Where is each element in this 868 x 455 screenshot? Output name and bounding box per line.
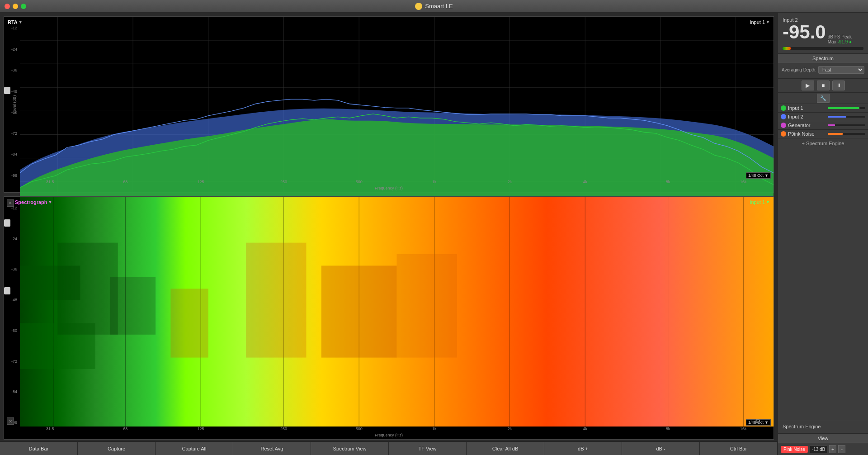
avg-depth-row: Averaging Depth: Fast Slow Medium Very F… (782, 66, 864, 74)
s-x-label-125: 125 (198, 427, 204, 431)
spectro-svg (20, 197, 774, 427)
rta-x-axis: 31.5 63 125 250 500 1k 2k 4k 8k 16k (20, 180, 774, 185)
channel-1-fill (828, 107, 860, 109)
spectro-input-arrow: ▼ (766, 200, 770, 204)
channel-4-name: P9ink Noise (788, 131, 826, 137)
channel-4-bar (828, 133, 866, 135)
channel-2-fill (828, 116, 847, 118)
spectro-y-axis: -12 -24 -36 -48 -60 -72 -84 -96 (4, 197, 20, 427)
clear-all-db-button[interactable]: Clear All dB (467, 442, 544, 455)
rta-panel: RTA ▼ Input 1 ▼ Level (dB) -12 -24 -36 -… (4, 16, 774, 193)
x-label-63: 63 (123, 180, 127, 184)
db-plus-button[interactable]: dB + (544, 442, 622, 455)
capture-button[interactable]: Capture (78, 442, 156, 455)
y-label-4: -60 (4, 110, 19, 114)
sidebar-spacer (778, 148, 868, 420)
ctrl-bar-button[interactable]: Ctrl Bar (700, 442, 778, 455)
maximize-button[interactable] (21, 4, 26, 9)
settings-wrench-button[interactable]: 🔧 (817, 94, 830, 103)
y-label-6: -84 (4, 152, 19, 156)
s-x-label-4k: 4k (583, 427, 587, 431)
spectro-input-label: Input 1 (750, 199, 765, 205)
y-label-7: -96 (4, 173, 19, 178)
oct-badge-arrow: ▼ (764, 173, 769, 178)
svg-rect-32 (246, 243, 306, 358)
reset-avg-button[interactable]: Reset Avg (233, 442, 311, 455)
s-x-label-8k: 8k (666, 427, 670, 431)
capture-all-button[interactable]: Capture All (156, 442, 233, 455)
x-label-4k: 4k (583, 180, 587, 184)
tf-view-button[interactable]: TF View (389, 442, 467, 455)
add-spectrum-engine-button[interactable]: + Spectrum Engine (778, 138, 868, 148)
y-label-1: -24 (4, 47, 19, 52)
main-layout: RTA ▼ Input 1 ▼ Level (dB) -12 -24 -36 -… (0, 13, 868, 455)
rta-oct-badge[interactable]: 1/48 Oct ▼ (746, 172, 771, 179)
avg-depth-select[interactable]: Fast Slow Medium Very Fast (818, 66, 864, 74)
meter-bar-fill (783, 47, 791, 50)
transport-play-button[interactable]: ▶ (802, 81, 814, 90)
db-value-display: -13 dB (810, 446, 827, 453)
channel-row-input1: Input 1 (778, 104, 868, 113)
channel-3-fill (828, 124, 835, 126)
s-y-label-3: -48 (4, 298, 19, 302)
db-increase-button[interactable]: + (829, 445, 836, 453)
transport-stop-button[interactable]: ■ (817, 81, 830, 90)
rta-dropdown-arrow[interactable]: ▼ (19, 20, 23, 24)
svg-rect-30 (110, 277, 156, 335)
rta-slider-handle[interactable] (4, 87, 10, 94)
close-button[interactable] (5, 4, 10, 9)
spectro-canvas (20, 197, 774, 427)
window-controls[interactable] (5, 4, 26, 9)
svg-rect-29 (57, 243, 118, 335)
pink-noise-button[interactable]: Pink Noise (781, 446, 808, 453)
spectro-oct-arrow: ▼ (764, 420, 769, 425)
data-bar-button[interactable]: Data Bar (0, 442, 78, 455)
rta-header: RTA ▼ (8, 19, 23, 25)
title-text: Smaart LE (425, 3, 453, 9)
app-title: Smaart LE (415, 3, 453, 10)
right-sidebar: Input 2 -95.0 dB FS Peak Max -91.9 ● Spe… (778, 13, 868, 455)
spectro-x-axis: 31.5 63 125 250 500 1k 2k 4k 8k 16k (20, 427, 774, 432)
svg-rect-34 (397, 254, 457, 358)
level-value: -95.0 (783, 23, 826, 42)
db-decrease-button[interactable]: - (838, 445, 845, 453)
level-meter-section: Input 2 -95.0 dB FS Peak Max -91.9 ● (778, 13, 868, 54)
db-minus-button[interactable]: dB - (622, 442, 700, 455)
spectrum-engine-text: Spectrum Engine (783, 424, 821, 429)
x-label-1k: 1k (432, 180, 437, 184)
y-label-5: -72 (4, 131, 19, 136)
transport-pause-button[interactable]: ⏸ (832, 81, 845, 90)
bottom-toolbar: Data Bar Capture Capture All Reset Avg S… (0, 441, 778, 455)
spectro-slider-top[interactable] (4, 219, 10, 227)
s-y-label-2: -36 (4, 267, 19, 271)
rta-input-selector[interactable]: Input 1 ▼ (750, 19, 770, 25)
transport-controls: ▶ ■ ⏸ (778, 79, 868, 93)
y-label-0: -12 (4, 26, 19, 30)
channel-4-fill (828, 133, 843, 135)
wrench-row: 🔧 (778, 93, 868, 104)
channel-3-bar (828, 124, 866, 126)
rta-input-arrow: ▼ (766, 20, 770, 24)
avg-depth-label: Averaging Depth: (782, 67, 816, 72)
spectro-slider-mid[interactable] (4, 287, 10, 294)
x-label-250: 250 (280, 180, 287, 184)
x-label-2k: 2k (508, 180, 512, 184)
rta-input-label: Input 1 (750, 19, 765, 25)
channel-3-name: Generator (788, 123, 826, 128)
channel-row-generator: Generator (778, 121, 868, 130)
s-y-label-6: -84 (4, 389, 19, 394)
minimize-button[interactable] (13, 4, 18, 9)
view-controls: Pink Noise -13 dB + - (778, 443, 868, 455)
spectro-close-button[interactable]: ✕ (7, 199, 14, 207)
spectrum-view-button[interactable]: Spectrum View (311, 442, 389, 455)
x-label-500: 500 (356, 180, 363, 184)
s-x-label-63: 63 (123, 427, 127, 431)
svg-rect-33 (321, 265, 397, 357)
spectro-input-selector[interactable]: Input 1 ▼ (750, 199, 770, 205)
spectro-gear-button[interactable]: ⚙ (755, 417, 761, 425)
oct-badge-label: 1/48 Oct (748, 173, 764, 178)
spectro-close-bottom[interactable]: ✕ (7, 417, 14, 425)
channel-3-indicator (781, 123, 786, 128)
max-row: Max -91.9 ● (828, 39, 852, 44)
avg-depth-section: Averaging Depth: Fast Slow Medium Very F… (778, 63, 868, 79)
